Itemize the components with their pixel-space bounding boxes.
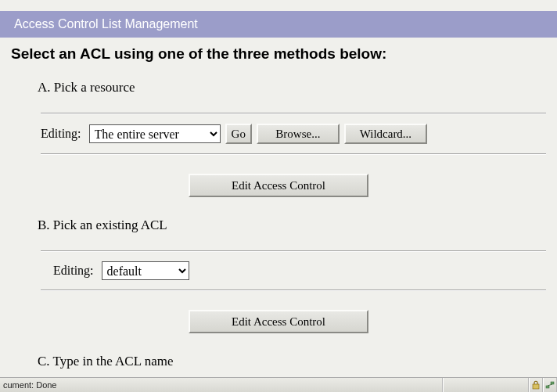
svg-rect-0 (533, 384, 539, 389)
editing-label-a: Editing: (41, 127, 81, 141)
network-icon (545, 380, 555, 390)
svg-rect-2 (551, 382, 554, 384)
status-cell (529, 378, 543, 392)
section-b-center: Edit Access Control (11, 310, 546, 333)
editing-label-b: Editing: (53, 264, 94, 278)
edit-access-control-b-button[interactable]: Edit Access Control (189, 310, 368, 333)
svg-rect-1 (546, 386, 549, 388)
edit-access-control-a-button[interactable]: Edit Access Control (189, 174, 368, 197)
section-a-row: Editing: The entire server Go Browse... … (41, 124, 546, 144)
section-a-label: A. Pick a resource (38, 80, 546, 95)
section-c-label: C. Type in the ACL name (38, 354, 546, 369)
divider (41, 113, 546, 114)
status-text: cument: Done (0, 378, 443, 392)
divider (41, 250, 546, 252)
divider (41, 290, 546, 291)
divider (41, 153, 546, 155)
content-area: Select an ACL using one of the three met… (0, 45, 557, 388)
status-bar: cument: Done (0, 377, 557, 392)
main-heading: Select an ACL using one of the three met… (11, 45, 546, 63)
status-cell (543, 378, 557, 392)
page-banner: Access Control List Management (0, 11, 557, 38)
section-b-label: B. Pick an existing ACL (38, 218, 546, 233)
go-button[interactable]: Go (225, 124, 252, 144)
security-icon (531, 380, 541, 390)
section-a-center: Edit Access Control (11, 174, 546, 197)
section-b-row: Editing: default (53, 261, 546, 280)
wildcard-button[interactable]: Wildcard... (344, 124, 427, 144)
status-cell (443, 378, 529, 392)
banner-title: Access Control List Management (14, 17, 198, 31)
browse-button[interactable]: Browse... (257, 124, 340, 144)
acl-select[interactable]: default (102, 261, 189, 280)
resource-select[interactable]: The entire server (89, 124, 221, 143)
